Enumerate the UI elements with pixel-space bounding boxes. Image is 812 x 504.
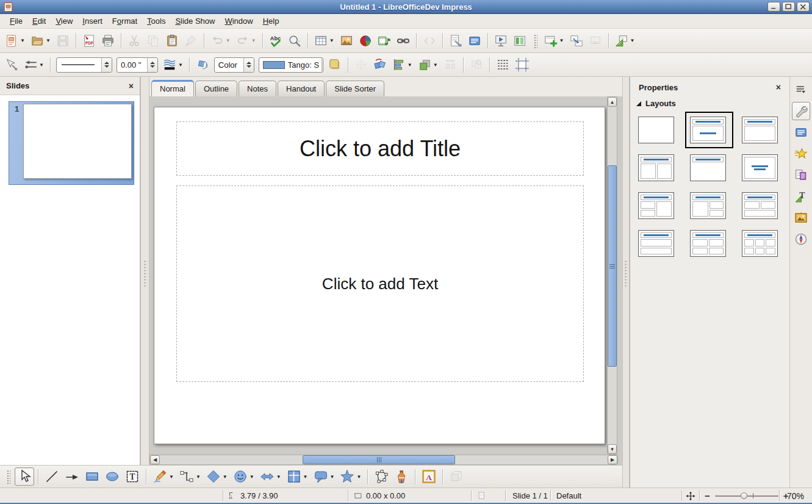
block-arrows-tool[interactable]: ▼ bbox=[257, 467, 284, 486]
insert-media-button[interactable] bbox=[375, 31, 393, 51]
edit-points-button[interactable] bbox=[2, 55, 21, 74]
ellipse-tool[interactable] bbox=[102, 467, 122, 486]
stars-tool[interactable]: ▼ bbox=[337, 467, 364, 486]
paste-button[interactable] bbox=[163, 31, 181, 51]
special-character-button[interactable] bbox=[420, 31, 439, 51]
tab-styles[interactable]: T bbox=[792, 187, 810, 206]
maximize-button[interactable] bbox=[782, 2, 795, 12]
dropdown-arrow-icon[interactable]: ▼ bbox=[630, 38, 635, 43]
copy-button[interactable] bbox=[144, 31, 162, 51]
dropdown-arrow-icon[interactable]: ▼ bbox=[169, 474, 174, 480]
insert-table-button[interactable]: ▼ bbox=[312, 31, 337, 51]
insert-hyperlink-button[interactable] bbox=[394, 31, 412, 51]
layout-tile-c-2c[interactable] bbox=[685, 187, 733, 224]
layout-tile-2c-over-c[interactable] bbox=[737, 187, 785, 224]
zoom-button[interactable] bbox=[286, 31, 304, 51]
zoom-slider-track[interactable] bbox=[715, 495, 778, 497]
layouts-section-header[interactable]: Layouts bbox=[630, 98, 789, 112]
insert-image-button[interactable] bbox=[337, 31, 356, 51]
tab-slide-transition[interactable] bbox=[792, 123, 810, 142]
arrow-style-button[interactable]: ▼ bbox=[21, 55, 46, 74]
display-grid-button[interactable] bbox=[494, 55, 512, 74]
zoom-level[interactable]: 70% bbox=[787, 488, 804, 503]
layout-tile-2c-c[interactable] bbox=[633, 187, 681, 224]
right-splitter[interactable] bbox=[622, 77, 630, 488]
slide-canvas[interactable]: Click to add Title Click to add Text bbox=[154, 107, 605, 444]
align-objects-button[interactable]: ▼ bbox=[390, 55, 415, 74]
rotate-button[interactable] bbox=[371, 55, 389, 74]
transformations-button[interactable] bbox=[352, 55, 370, 74]
dropdown-arrow-icon[interactable]: ▼ bbox=[20, 38, 25, 43]
new-button[interactable]: ▼ bbox=[2, 31, 27, 51]
tab-animation[interactable] bbox=[792, 145, 810, 163]
fill-type-combo[interactable]: Color bbox=[214, 57, 254, 73]
open-button[interactable]: ▼ bbox=[28, 31, 53, 51]
dropdown-arrow-icon[interactable]: ▼ bbox=[226, 38, 231, 43]
undo-button[interactable]: ▼ bbox=[208, 31, 233, 51]
menu-help[interactable]: Help bbox=[258, 15, 284, 27]
start-presentation-button[interactable] bbox=[492, 31, 510, 51]
left-splitter[interactable] bbox=[140, 77, 149, 465]
layout-tile-title-2c[interactable] bbox=[633, 149, 681, 186]
layout-tile-blank[interactable] bbox=[633, 112, 681, 148]
fit-slide-button[interactable] bbox=[686, 488, 695, 503]
modified-indicator[interactable] bbox=[477, 488, 486, 503]
points-tool[interactable] bbox=[372, 467, 391, 486]
insert-chart-button[interactable] bbox=[356, 31, 375, 51]
basic-shapes-tool[interactable]: ▼ bbox=[204, 467, 230, 486]
zoom-out-icon[interactable]: − bbox=[705, 491, 710, 501]
dropdown-arrow-icon[interactable]: ▼ bbox=[223, 474, 228, 480]
properties-panel-close-icon[interactable]: × bbox=[776, 82, 781, 92]
export-pdf-button[interactable]: PDF bbox=[80, 31, 98, 51]
menu-insert[interactable]: Insert bbox=[77, 15, 107, 27]
tab-handout[interactable]: Handout bbox=[278, 81, 325, 96]
scroll-right-icon[interactable]: ▶ bbox=[608, 455, 617, 464]
display-mode-button[interactable]: ▼ bbox=[613, 31, 638, 51]
menu-edit[interactable]: Edit bbox=[27, 15, 51, 27]
scroll-down-icon[interactable]: ▼ bbox=[608, 444, 617, 454]
display-views-button[interactable] bbox=[511, 31, 529, 51]
dropdown-arrow-icon[interactable]: ▼ bbox=[196, 474, 201, 480]
toolbar-drag-handle[interactable] bbox=[6, 469, 10, 484]
delete-slide-button[interactable] bbox=[586, 31, 605, 51]
horizontal-scrollbar[interactable]: ◀ ▶ bbox=[149, 455, 618, 465]
save-button[interactable] bbox=[54, 31, 72, 51]
edit-mode-button[interactable] bbox=[447, 31, 465, 51]
dropdown-arrow-icon[interactable]: ▼ bbox=[251, 38, 256, 43]
dropdown-arrow-icon[interactable]: ▼ bbox=[46, 38, 51, 43]
splitter-grip-icon[interactable] bbox=[625, 260, 628, 287]
tab-outline[interactable]: Outline bbox=[195, 81, 237, 96]
tab-slide-sorter[interactable]: Slide Sorter bbox=[326, 81, 384, 96]
sidebar-settings[interactable] bbox=[792, 81, 810, 99]
fill-style-button[interactable] bbox=[193, 55, 212, 74]
layout-tile-title-only[interactable] bbox=[685, 149, 733, 186]
menu-file[interactable]: File bbox=[5, 15, 27, 27]
slide-thumbnail[interactable]: 1 bbox=[9, 101, 134, 185]
select-tool[interactable] bbox=[15, 467, 34, 486]
arrange-button[interactable]: ▼ bbox=[415, 55, 440, 74]
dropdown-arrow-icon[interactable]: ▼ bbox=[559, 38, 564, 43]
toolbar-drag-handle[interactable] bbox=[533, 34, 537, 48]
horizontal-scroll-thumb[interactable] bbox=[303, 455, 455, 464]
layout-tile-centered[interactable] bbox=[737, 149, 785, 186]
line-style-combo[interactable] bbox=[56, 57, 112, 73]
extrusion-tool[interactable] bbox=[447, 467, 466, 486]
dropdown-arrow-icon[interactable]: ▼ bbox=[433, 62, 438, 68]
arrow-tool[interactable] bbox=[62, 467, 82, 486]
rectangle-tool[interactable] bbox=[82, 467, 102, 486]
cut-button[interactable] bbox=[125, 31, 143, 51]
duplicate-slide-button[interactable] bbox=[567, 31, 586, 51]
tab-navigator[interactable] bbox=[792, 230, 810, 248]
tab-properties[interactable] bbox=[792, 102, 810, 120]
menu-slide-show[interactable]: Slide Show bbox=[170, 15, 220, 27]
shadow-button[interactable] bbox=[326, 55, 344, 74]
distribute-button[interactable] bbox=[441, 55, 459, 74]
slide-style-field[interactable]: Default bbox=[556, 488, 581, 503]
clone-formatting-button[interactable] bbox=[182, 31, 200, 51]
menu-view[interactable]: View bbox=[51, 15, 77, 27]
connector-tool[interactable]: ▼ bbox=[177, 467, 203, 486]
line-color-button[interactable]: ▼ bbox=[160, 55, 185, 74]
textbox-tool[interactable]: T bbox=[123, 467, 142, 486]
title-placeholder[interactable]: Click to add Title bbox=[176, 121, 584, 176]
menu-tools[interactable]: Tools bbox=[142, 15, 170, 27]
